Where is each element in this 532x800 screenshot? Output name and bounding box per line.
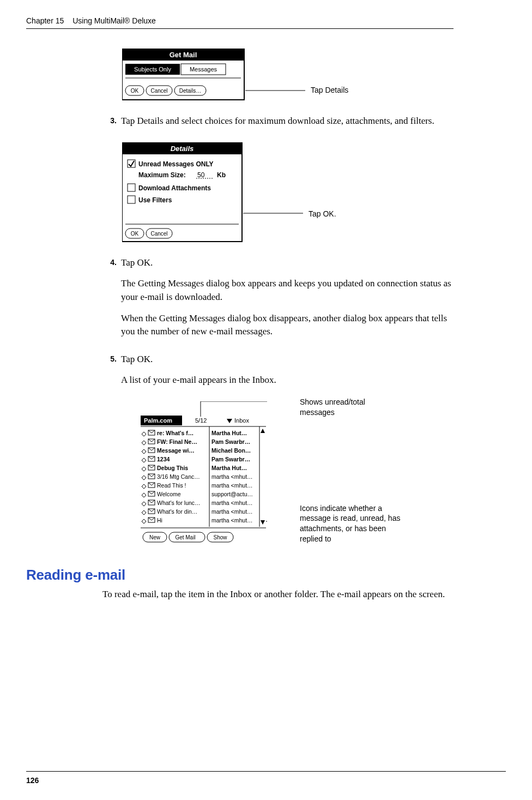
step-num: 3. bbox=[102, 115, 121, 136]
bullet-icon bbox=[142, 510, 146, 515]
details-title: Details bbox=[171, 145, 194, 153]
section-heading: Reading e-mail bbox=[26, 567, 454, 584]
mail-from[interactable]: Martha Hut… bbox=[211, 465, 247, 471]
getmail-dialog: Get Mail Subjects Only Messages OK Cance… bbox=[122, 49, 245, 101]
appbar-title: Palm.com bbox=[144, 417, 172, 424]
btn-details[interactable]: Details… bbox=[179, 88, 202, 94]
step-3: 3. Tap Details and select choices for ma… bbox=[102, 115, 454, 136]
btn-cancel[interactable]: Cancel bbox=[150, 88, 167, 94]
opt-download[interactable]: Download Attachments bbox=[138, 184, 211, 192]
step4-line2: The Getting Messages dialog box appears … bbox=[121, 277, 454, 304]
mail-subject[interactable]: FW: Final Ne… bbox=[157, 438, 197, 445]
mail-from[interactable]: Pam Swarbr… bbox=[211, 456, 250, 462]
mail-subject[interactable]: Welcome bbox=[157, 491, 181, 497]
bullet-icon bbox=[142, 519, 146, 524]
mail-from[interactable]: support@actu… bbox=[211, 491, 253, 497]
maxsize-value[interactable]: 50 bbox=[197, 171, 205, 179]
bullet-icon bbox=[142, 458, 146, 462]
mail-from[interactable]: Michael Bon… bbox=[211, 447, 251, 454]
bullet-icon bbox=[142, 449, 146, 454]
btn-new[interactable]: New bbox=[149, 534, 161, 540]
mail-subject[interactable]: What's for lunc… bbox=[157, 500, 201, 506]
callout-line bbox=[245, 49, 311, 101]
mail-from[interactable]: martha <mhut… bbox=[211, 500, 253, 506]
step-num: 4. bbox=[102, 256, 121, 346]
mail-subject[interactable]: What's for din… bbox=[157, 508, 197, 515]
btn-show[interactable]: Show bbox=[213, 534, 227, 540]
inbox-screen: Palm.com 5/12 Inbox re: What's f…Martha … bbox=[141, 401, 267, 549]
bullet-icon bbox=[142, 484, 146, 489]
mail-from[interactable]: Pam Swarbr… bbox=[211, 438, 250, 445]
bullet-icon bbox=[142, 441, 146, 445]
btn-cancel[interactable]: Cancel bbox=[150, 231, 167, 237]
step4-line3: When the Getting Messages dialog box dis… bbox=[121, 312, 454, 339]
callout-tap-details: Tap Details bbox=[311, 85, 348, 95]
scroll-down-icon[interactable] bbox=[261, 520, 265, 525]
figure-inbox: Palm.com 5/12 Inbox re: What's f…Martha … bbox=[141, 401, 454, 551]
callout-unread-total: Shows unread/total messages bbox=[300, 397, 398, 418]
chevron-down-icon[interactable] bbox=[227, 419, 232, 423]
opt-filters[interactable]: Use Filters bbox=[138, 196, 172, 204]
bullet-icon bbox=[142, 493, 146, 497]
btn-ok[interactable]: OK bbox=[131, 231, 139, 237]
mail-subject[interactable]: Debug This bbox=[157, 465, 188, 471]
svg-rect-9 bbox=[122, 142, 242, 242]
mail-from[interactable]: martha <mhut… bbox=[211, 508, 253, 515]
folder-name[interactable]: Inbox bbox=[234, 417, 249, 424]
tab-messages[interactable]: Messages bbox=[190, 66, 217, 73]
scroll-up-icon[interactable] bbox=[261, 429, 265, 433]
lbl-maxsize: Maximum Size: bbox=[138, 171, 186, 179]
step-num: 5. bbox=[102, 353, 121, 395]
section-body: To read e-mail, tap the item in the Inbo… bbox=[102, 588, 454, 601]
running-header: Chapter 15 Using MultiMail® Deluxe bbox=[26, 16, 454, 29]
mail-subject[interactable]: Message wi… bbox=[157, 447, 195, 454]
step5-line1: Tap OK. bbox=[121, 353, 454, 366]
bullet-icon bbox=[142, 476, 146, 480]
chapter-number: Chapter 15 bbox=[26, 16, 64, 25]
chapter-title: Using MultiMail® Deluxe bbox=[72, 16, 156, 25]
mail-from[interactable]: martha <mhut… bbox=[211, 473, 253, 480]
step5-line2: A list of your e-mail appears in the Inb… bbox=[121, 374, 454, 387]
figure-getmail: Get Mail Subjects Only Messages OK Cance… bbox=[122, 49, 454, 104]
bullet-icon bbox=[142, 432, 146, 436]
details-dialog: Details Unread Messages ONLY Maximum Siz… bbox=[122, 142, 243, 243]
mail-subject[interactable]: Hi bbox=[157, 517, 162, 524]
mail-from[interactable]: martha <mhut… bbox=[211, 482, 253, 489]
bullet-icon bbox=[142, 467, 146, 471]
mail-subject[interactable]: 3/16 Mtg Canc… bbox=[157, 473, 200, 480]
tab-subjects[interactable]: Subjects Only bbox=[134, 66, 171, 73]
step3-text: Tap Details and select choices for maxim… bbox=[121, 115, 454, 128]
callout-icons: Icons indicate whether a message is read… bbox=[300, 503, 409, 545]
bullet-icon bbox=[142, 502, 146, 506]
getmail-title: Get Mail bbox=[170, 51, 197, 59]
btn-ok[interactable]: OK bbox=[131, 88, 139, 94]
step-4: 4. Tap OK. The Getting Messages dialog b… bbox=[102, 256, 454, 346]
svg-rect-14 bbox=[128, 196, 135, 203]
unread-count: 5/12 bbox=[195, 417, 207, 424]
figure-details: Details Unread Messages ONLY Maximum Siz… bbox=[122, 142, 454, 245]
callout-line bbox=[243, 142, 309, 243]
lbl-kb: Kb bbox=[217, 171, 226, 179]
btn-getmail[interactable]: Get Mail bbox=[175, 534, 195, 540]
mail-subject[interactable]: re: What's f… bbox=[157, 430, 194, 436]
step-5: 5. Tap OK. A list of your e-mail appears… bbox=[102, 353, 454, 395]
callout-tap-ok: Tap OK. bbox=[309, 209, 336, 219]
mail-from[interactable]: Martha Hut… bbox=[211, 430, 247, 436]
svg-rect-13 bbox=[128, 184, 135, 191]
mail-subject[interactable]: 1234 bbox=[157, 456, 170, 462]
mail-subject[interactable]: Read This ! bbox=[157, 482, 186, 489]
mail-from[interactable]: martha <mhut… bbox=[211, 517, 253, 524]
step4-line1: Tap OK. bbox=[121, 256, 454, 270]
header-rule bbox=[26, 28, 454, 29]
opt-unread[interactable]: Unread Messages ONLY bbox=[138, 160, 214, 168]
